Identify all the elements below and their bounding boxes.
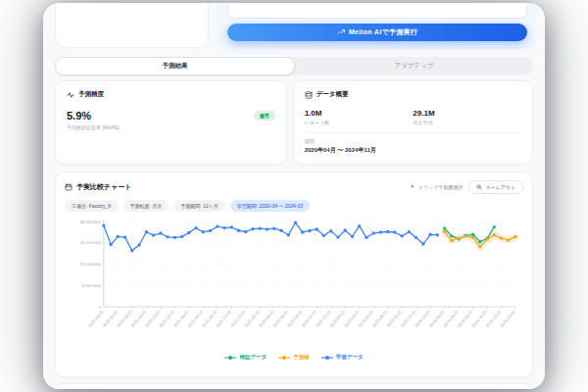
chart-filter-chips: 工場名: Factory_K予測粒度: 月次予測期間: 12ヶ月学習期間: 20… <box>65 200 523 212</box>
stat-records-label: レコード数 <box>305 120 414 125</box>
drag-hint-label: ドラッグで範囲選択 <box>418 184 464 190</box>
tab-bar: 予測結果 アダプティブ <box>55 57 533 75</box>
accuracy-card-title: 予測精度 <box>78 90 104 99</box>
legend-marker-icon <box>278 355 290 361</box>
svg-text:34,000,000: 34,000,000 <box>79 220 101 224</box>
svg-text:0: 0 <box>98 305 101 310</box>
next-section-card <box>55 383 533 389</box>
stat-monthly-avg-value: 29.1M <box>413 109 521 118</box>
tab-prediction-results[interactable]: 予測結果 <box>55 57 295 75</box>
run-prediction-button[interactable]: Melion AIで予測実行 <box>227 24 527 41</box>
legend-item: 予測値 <box>278 354 310 361</box>
chart-card: 予実比較チャート ドラッグで範囲選択 ズームアウト <box>55 172 533 377</box>
svg-text:17,000,000: 17,000,000 <box>79 262 101 267</box>
accuracy-caption: 平均絶対誤差率 (MAPE) <box>67 124 275 130</box>
chart-filter-chip: 予測期間: 12ヶ月 <box>173 200 224 212</box>
top-left-card <box>55 3 209 48</box>
calendar-icon <box>65 183 73 191</box>
pulse-icon <box>67 91 74 99</box>
run-button-label: Melion AIで予測実行 <box>349 27 417 37</box>
magnifier-minus-icon <box>476 184 482 190</box>
run-panel: Melion AIで予測実行 <box>218 3 537 49</box>
legend-item: 検証データ <box>224 354 267 361</box>
tab-adaptive[interactable]: アダプティブ <box>295 57 533 75</box>
accuracy-value: 5.9% <box>67 110 91 122</box>
accuracy-badge: 優秀 <box>254 111 275 121</box>
zoom-out-label: ズームアウト <box>485 184 515 190</box>
data-overview-card: データ概要 1.0M レコード数 29.1M 月次平均 期間 2020年04月 … <box>293 80 533 165</box>
period-block: 期間 2020年04月 〜 2024年11月 <box>305 132 521 155</box>
stat-records-value: 1.0M <box>305 109 414 118</box>
period-value: 2020年04月 〜 2024年11月 <box>305 146 521 155</box>
chart-filter-chip: 予測粒度: 月次 <box>123 200 170 212</box>
cursor-icon <box>410 184 416 190</box>
legend-marker-icon <box>321 355 333 361</box>
drag-hint: ドラッグで範囲選択 <box>410 184 464 190</box>
legend-item: 学習データ <box>321 354 364 361</box>
svg-text:8,500,000: 8,500,000 <box>82 283 102 288</box>
stat-records: 1.0M レコード数 <box>305 109 414 125</box>
panel-field[interactable] <box>227 3 527 19</box>
chart-filter-chip: 学習期間: 2020-04 〜 2024-03 <box>230 200 310 212</box>
stat-cards-row: 予測精度 5.9% 優秀 平均絶対誤差率 (MAPE) データ概要 <box>55 80 533 165</box>
chart-title: 予実比較チャート <box>76 182 132 192</box>
chart-legend: 検証データ予測値学習データ <box>65 354 523 361</box>
legend-marker-icon <box>224 355 236 361</box>
period-label: 期間 <box>305 138 521 144</box>
svg-text:25,500,000: 25,500,000 <box>79 240 101 245</box>
database-icon <box>305 91 313 99</box>
chart-filter-chip: 工場名: Factory_K <box>65 200 119 212</box>
stat-monthly-avg: 29.1M 月次平均 <box>413 109 521 125</box>
forecast-comparison-chart[interactable]: 08,500,00017,000,00025,500,00034,000,000… <box>65 215 523 354</box>
data-card-title: データ概要 <box>317 90 349 99</box>
svg-text:2025-02-01: 2025-02-01 <box>499 309 516 328</box>
app-frame: Melion AIで予測実行 予測結果 アダプティブ 予測精度 5.9% 優秀 <box>43 3 545 389</box>
trending-up-icon <box>337 28 345 36</box>
accuracy-card: 予測精度 5.9% 優秀 平均絶対誤差率 (MAPE) <box>55 80 287 165</box>
page-content: Melion AIで予測実行 予測結果 アダプティブ 予測精度 5.9% 優秀 <box>43 3 545 389</box>
zoom-out-button[interactable]: ズームアウト <box>468 180 523 194</box>
stat-monthly-avg-label: 月次平均 <box>413 120 521 125</box>
